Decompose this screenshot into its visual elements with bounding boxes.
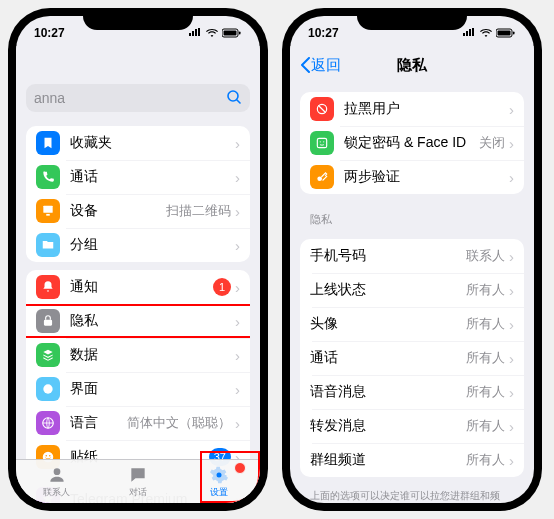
- row-value: 所有人: [466, 383, 505, 401]
- row-label: 上线状态: [310, 281, 466, 299]
- privacy-row-语音消息[interactable]: 语音消息所有人›: [300, 375, 524, 409]
- svg-rect-7: [44, 320, 52, 326]
- privacy-group: 拉黑用户›锁定密码 & Face ID关闭›两步验证›: [300, 92, 524, 194]
- chevron-right-icon: ›: [509, 384, 514, 401]
- phone-left: 10:27 anna 收藏夹›通话›设备扫描二维码›分组›通知1›隐私›数据›界…: [8, 8, 268, 511]
- ui-icon: [36, 377, 60, 401]
- bookmark-icon: [36, 131, 60, 155]
- notch: [83, 8, 193, 30]
- privacy-row-拉黑用户[interactable]: 拉黑用户›: [300, 92, 524, 126]
- svg-point-23: [320, 141, 321, 142]
- chevron-right-icon: ›: [235, 135, 240, 152]
- privacy-row-转发消息[interactable]: 转发消息所有人›: [300, 409, 524, 443]
- phone-icon: [36, 165, 60, 189]
- tab-notification-dot: [234, 462, 246, 474]
- section-header: 隐私: [290, 202, 534, 231]
- svg-point-12: [49, 455, 51, 457]
- row-label: 设备: [70, 202, 166, 220]
- search-icon[interactable]: [226, 89, 242, 108]
- chevron-right-icon: ›: [509, 101, 514, 118]
- row-label: 两步验证: [344, 168, 505, 186]
- tab-bar: 联系人对话设置: [16, 459, 260, 503]
- bell-icon: [36, 275, 60, 299]
- faceid-icon: [310, 131, 334, 155]
- chevron-right-icon: ›: [509, 418, 514, 435]
- chevron-right-icon: ›: [235, 381, 240, 398]
- tab-label: 联系人: [43, 486, 70, 499]
- settings-list[interactable]: 收藏夹›通话›设备扫描二维码›分组›通知1›隐私›数据›界面›语言简体中文（聪聪…: [16, 118, 260, 503]
- chevron-right-icon: ›: [235, 237, 240, 254]
- row-label: 语音消息: [310, 383, 466, 401]
- privacy-group: 手机号码联系人›上线状态所有人›头像所有人›通话所有人›语音消息所有人›转发消息…: [300, 239, 524, 477]
- svg-rect-18: [498, 31, 511, 36]
- svg-rect-1: [224, 31, 237, 36]
- notification-badge: 1: [213, 278, 231, 296]
- privacy-row-头像[interactable]: 头像所有人›: [300, 307, 524, 341]
- notch: [357, 8, 467, 30]
- settings-row-通话[interactable]: 通话›: [26, 160, 250, 194]
- privacy-row-手机号码[interactable]: 手机号码联系人›: [300, 239, 524, 273]
- tab-label: 对话: [129, 486, 147, 499]
- status-icons: [462, 28, 516, 38]
- svg-rect-2: [239, 32, 241, 35]
- chevron-right-icon: ›: [235, 415, 240, 432]
- row-value: 所有人: [466, 349, 505, 367]
- settings-row-设备[interactable]: 设备扫描二维码›: [26, 194, 250, 228]
- privacy-list[interactable]: 拉黑用户›锁定密码 & Face ID关闭›两步验证›隐私手机号码联系人›上线状…: [290, 84, 534, 503]
- phone-right: 10:27 返回 隐私 拉黑用户›锁定密码 & Face ID关闭›两步验证›隐…: [282, 8, 542, 511]
- back-button[interactable]: 返回: [300, 56, 341, 75]
- navbar-right: 返回 隐私: [290, 46, 534, 84]
- chevron-right-icon: ›: [509, 169, 514, 186]
- settings-row-收藏夹[interactable]: 收藏夹›: [26, 126, 250, 160]
- row-value: 关闭: [479, 134, 505, 152]
- chevron-right-icon: ›: [509, 135, 514, 152]
- chevron-right-icon: ›: [509, 452, 514, 469]
- navbar-left: [16, 46, 260, 84]
- device-icon: [36, 199, 60, 223]
- privacy-row-两步验证[interactable]: 两步验证›: [300, 160, 524, 194]
- row-label: 语言: [70, 414, 127, 432]
- search-text: anna: [34, 90, 65, 106]
- row-value: 简体中文（聪聪）: [127, 414, 231, 432]
- svg-line-4: [237, 100, 240, 103]
- settings-row-隐私[interactable]: 隐私›: [26, 304, 250, 338]
- tab-对话[interactable]: 对话: [97, 460, 178, 503]
- privacy-row-通话[interactable]: 通话所有人›: [300, 341, 524, 375]
- row-value: 所有人: [466, 281, 505, 299]
- block-icon: [310, 97, 334, 121]
- chevron-right-icon: ›: [235, 347, 240, 364]
- privacy-row-锁定密码 & Face ID[interactable]: 锁定密码 & Face ID关闭›: [300, 126, 524, 160]
- settings-row-界面[interactable]: 界面›: [26, 372, 250, 406]
- settings-row-语言[interactable]: 语言简体中文（聪聪）›: [26, 406, 250, 440]
- row-label: 收藏夹: [70, 134, 231, 152]
- chevron-right-icon: ›: [235, 203, 240, 220]
- row-label: 隐私: [70, 312, 231, 330]
- settings-row-通知[interactable]: 通知1›: [26, 270, 250, 304]
- settings-row-数据[interactable]: 数据›: [26, 338, 250, 372]
- chevron-right-icon: ›: [235, 279, 240, 296]
- privacy-row-群组频道[interactable]: 群组频道所有人›: [300, 443, 524, 477]
- folder-icon: [36, 233, 60, 257]
- row-label: 通话: [310, 349, 466, 367]
- tab-设置[interactable]: 设置: [179, 460, 260, 503]
- row-value: 联系人: [466, 247, 505, 265]
- svg-rect-19: [513, 32, 515, 35]
- search-input[interactable]: anna: [26, 84, 250, 112]
- svg-rect-6: [46, 214, 50, 216]
- row-label: 数据: [70, 346, 231, 364]
- key-icon: [310, 165, 334, 189]
- row-label: 通话: [70, 168, 231, 186]
- row-value: 所有人: [466, 417, 505, 435]
- tab-联系人[interactable]: 联系人: [16, 460, 97, 503]
- screen-right: 10:27 返回 隐私 拉黑用户›锁定密码 & Face ID关闭›两步验证›隐…: [290, 16, 534, 503]
- lang-icon: [36, 411, 60, 435]
- screen-left: 10:27 anna 收藏夹›通话›设备扫描二维码›分组›通知1›隐私›数据›界…: [16, 16, 260, 503]
- section-footer: 上面的选项可以决定谁可以拉您进群组和频道。: [290, 485, 534, 503]
- svg-point-8: [43, 384, 52, 393]
- privacy-row-上线状态[interactable]: 上线状态所有人›: [300, 273, 524, 307]
- row-label: 界面: [70, 380, 231, 398]
- chevron-right-icon: ›: [235, 169, 240, 186]
- svg-point-15: [53, 468, 60, 475]
- settings-row-分组[interactable]: 分组›: [26, 228, 250, 262]
- row-label: 群组频道: [310, 451, 466, 469]
